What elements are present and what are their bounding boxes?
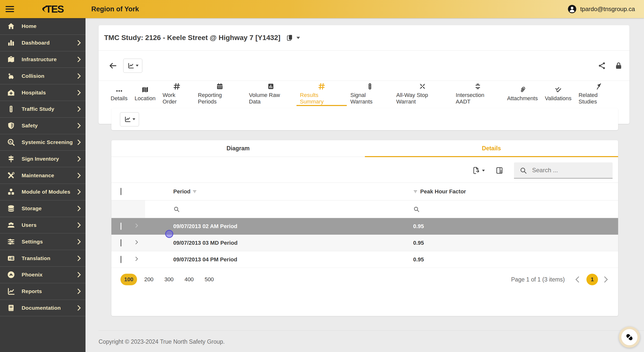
sidebar-item-traffic-study[interactable]: Traffic Study [0,101,85,118]
column-header-period[interactable]: Period [173,188,190,195]
period-cell: 09/07/2013 03 MD Period [173,240,238,246]
search-input[interactable] [514,162,613,178]
page-title: TMC Study: 2126 - Keele Street @ Highway… [104,34,280,42]
copy-icon[interactable] [286,34,293,42]
sidebar-item-reports[interactable]: Reports [0,283,85,300]
export-button[interactable] [472,166,485,174]
tab-label: Work Order [162,92,191,105]
page-size-option[interactable]: 300 [161,274,177,285]
ellipsis-icon [115,85,123,93]
sidebar-item-phoenix[interactable]: Phoenix [0,267,85,283]
page-size-option[interactable]: 400 [181,274,197,285]
select-all-checkbox[interactable] [120,188,121,195]
svg-text:TES: TES [46,4,64,15]
tab-label: Volume Raw Data [249,92,293,105]
caret-down-icon[interactable] [296,37,300,39]
sidebar-item-module-of-modules[interactable]: Module of Modules [0,184,85,200]
subtab-diagram[interactable]: Diagram [111,140,365,157]
phf-filter-search-icon[interactable] [413,206,420,213]
subtab-label: Details [482,145,501,152]
sidebar-item-storage[interactable]: Storage [0,200,85,217]
tab-location[interactable]: Location [131,81,159,106]
sidebar-item-hospitals[interactable]: Hospitals [0,84,85,101]
tab-attachments[interactable]: Attachments [503,81,541,106]
tab-label: Signal Warrants [350,92,389,105]
table-row[interactable]: 09/07/2013 03 MD Period 0.95 [111,235,618,251]
footer-divider [99,330,644,331]
column-chooser-icon[interactable] [495,166,503,174]
sidebar-item-systemic-screening[interactable]: Systemic Screening [0,134,85,151]
table-row[interactable]: 09/07/2013 02 AM Period 0.95 [111,218,618,235]
caret-down-icon [136,65,139,66]
chevron-right-icon [77,206,81,211]
sidebar-item-dashboard[interactable]: Dashboard [0,35,85,51]
chevron-right-icon [77,106,81,112]
user-avatar-icon[interactable] [568,5,577,14]
sidebar-item-sign-inventory[interactable]: Sign Inventory [0,151,85,167]
chart-options-button[interactable] [123,59,142,73]
row-checkbox[interactable] [120,239,121,247]
chevron-right-icon [77,256,81,261]
back-arrow-icon[interactable] [108,61,118,70]
tab-reporting-periods[interactable]: Reporting Periods [194,81,245,106]
table-row[interactable]: 09/07/2013 04 PM Period 0.95 [111,251,618,268]
row-expand-icon[interactable] [134,256,140,262]
page-size-option[interactable]: 100 [120,274,137,285]
calendar-icon [216,82,224,90]
next-page-icon[interactable] [604,276,609,283]
sidebar-item-settings[interactable]: Settings [0,233,85,250]
column-filter-icon[interactable] [192,189,197,194]
sidebar-item-collision[interactable]: Collision [0,68,85,84]
sidebar-item-users[interactable]: Users [0,217,85,234]
row-checkbox[interactable] [120,223,121,230]
car-crash-icon [7,72,15,80]
database-icon [7,204,15,213]
sidebar-item-label: Storage [22,205,42,212]
current-page-button[interactable]: 1 [586,274,598,285]
column-filter-icon[interactable] [413,189,418,194]
tab-volume-raw-data[interactable]: Volume Raw Data [245,81,296,106]
assistant-fab-button[interactable] [619,327,640,348]
sidebar-item-translation[interactable]: A文 Translation [0,250,85,267]
tab-validations[interactable]: Validations [541,81,575,106]
tab-work-order[interactable]: Work Order [159,81,194,106]
sidebar-item-safety[interactable]: Safety [0,118,85,134]
tab-related-studies[interactable]: Related Studies [575,81,621,106]
sidebar-item-label: Users [22,222,36,228]
share-icon[interactable] [598,61,606,70]
results-card: Diagram Details Period [111,140,618,316]
user-email[interactable]: tpardo@tnsgroup.ca [580,6,635,13]
sidebar-item-maintenance[interactable]: Maintenance [0,167,85,184]
sidebar-item-label: Hospitals [22,90,46,96]
tab-results-summary[interactable]: Results Summary [296,81,347,106]
flag-icon [594,82,602,90]
sidebar-item-label: Sign Inventory [22,156,59,162]
tab-signal-warrants[interactable]: Signal Warrants [347,81,393,106]
column-header-phf[interactable]: Peak Hour Factor [420,188,466,195]
period-filter-search-icon[interactable] [173,206,180,213]
sidebar-item-documentation[interactable]: Documentation [0,300,85,316]
chevron-right-icon [77,305,81,311]
hash-icon [318,82,325,90]
results-table: Period Peak Hour Factor [111,183,618,268]
sidebar-item-label: Safety [22,123,38,129]
page-size-option[interactable]: 500 [201,274,218,285]
lock-icon[interactable] [614,61,623,70]
traffic-light-icon [366,82,374,90]
table-filter-row [111,200,618,218]
tab-details[interactable]: Details [107,81,131,106]
chevron-right-icon [77,40,81,46]
page-size-option[interactable]: 200 [141,274,157,285]
chart-options-button[interactable] [120,112,139,126]
prev-page-icon[interactable] [575,276,580,283]
subtab-details[interactable]: Details [365,140,618,157]
tab-all-way-stop-warrant[interactable]: All-Way Stop Warrant [393,81,452,106]
row-expand-icon[interactable] [134,239,140,245]
hamburger-menu-icon[interactable] [6,6,14,12]
tab-intersection-aadt[interactable]: Intersection AADT [452,81,503,106]
row-checkbox[interactable] [120,256,121,263]
translate-icon: A文 [7,254,15,262]
sidebar-item-infrastructure[interactable]: Infrastructure [0,51,85,68]
sidebar-item-home[interactable]: Home [0,18,85,35]
row-expand-icon[interactable] [134,223,140,229]
